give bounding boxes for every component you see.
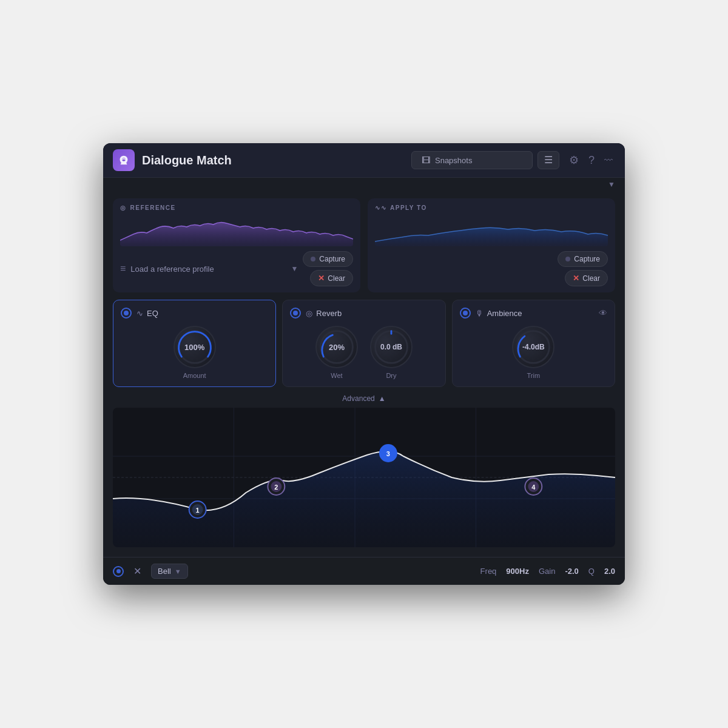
advanced-label: Advanced — [342, 394, 374, 403]
gain-value: -2.0 — [565, 567, 578, 576]
apply-to-buttons: Capture ✕ Clear — [558, 251, 608, 286]
svg-text:2: 2 — [274, 484, 278, 491]
panels-row: ◎ REFERENCE — [113, 198, 615, 292]
svg-text:3: 3 — [386, 450, 390, 457]
ambience-toggle[interactable] — [460, 308, 471, 318]
ambience-listen-icon[interactable]: 👁 — [599, 308, 607, 318]
help-icon[interactable]: ? — [586, 152, 597, 169]
reverb-module: ◎ Reverb 20% Wet — [282, 300, 445, 387]
reference-clear-button[interactable]: ✕ Clear — [310, 270, 353, 286]
header-actions: ⚙ ? 〰 — [567, 151, 615, 169]
reverb-dry-label: Dry — [386, 372, 396, 379]
reference-waveform — [120, 216, 353, 246]
reference-label: ◎ REFERENCE — [120, 204, 353, 211]
apply-to-icon: ∿∿ — [375, 204, 386, 211]
midi-icon[interactable]: 〰 — [602, 153, 615, 167]
filter-type-label: Bell — [158, 567, 171, 576]
dropdown-arrow-icon: ▼ — [291, 265, 298, 273]
plugin-window: Dialogue Match 🎞 Snapshots ☰ ⚙ ? 〰 ▼ ◎ R… — [103, 143, 625, 585]
header: Dialogue Match 🎞 Snapshots ☰ ⚙ ? 〰 — [103, 143, 625, 178]
ambience-knob-area: -4.0dB Trim — [460, 326, 607, 379]
reference-icon: ◎ — [120, 204, 127, 211]
eq-toggle[interactable] — [121, 308, 132, 318]
ambience-trim-knob[interactable]: -4.0dB — [512, 326, 554, 368]
ambience-trim-label: Trim — [527, 372, 541, 379]
bottom-toggle-inner — [116, 569, 121, 573]
snapshots-label: Snapshots — [435, 156, 472, 165]
reverb-dry-value: 0.0 dB — [380, 343, 402, 351]
ambience-header: 🎙 Ambience 👁 — [460, 308, 607, 318]
eq-svg: 1 2 3 4 — [113, 408, 615, 547]
reverb-wet-knob[interactable]: 20% — [315, 326, 358, 368]
eq-amount-label: Amount — [183, 372, 206, 379]
eq-header: ∿ EQ — [121, 308, 268, 318]
eq-display: 1 2 3 4 — [113, 408, 615, 547]
advanced-arrow-icon: ▲ — [379, 394, 386, 403]
capture-dot — [311, 257, 315, 261]
snapshots-button[interactable]: 🎞 Snapshots — [411, 151, 533, 169]
gain-label: Gain — [539, 567, 555, 576]
menu-button[interactable]: ☰ — [538, 151, 559, 169]
eq-module: ∿ EQ 100% Amount — [113, 300, 276, 387]
reverb-toggle[interactable] — [290, 308, 301, 318]
ambience-icon: 🎙 — [476, 309, 484, 318]
eq-amount-value: 100% — [184, 343, 204, 352]
reference-controls: ≡ Load a reference profile ▼ Capture ✕ C… — [120, 251, 353, 286]
logo-icon — [113, 149, 135, 171]
profile-dropdown[interactable]: Load a reference profile — [130, 265, 286, 274]
q-label: Q — [588, 567, 595, 576]
capture-dot-2 — [565, 257, 570, 261]
q-value: 2.0 — [604, 567, 615, 576]
eq-knob-area: 100% Amount — [121, 326, 268, 379]
apply-to-clear-button[interactable]: ✕ Clear — [565, 270, 608, 286]
main-content: ◎ REFERENCE — [103, 189, 625, 557]
ambience-toggle-inner — [463, 311, 468, 315]
freq-value: 900Hz — [506, 567, 529, 576]
ambience-title: 🎙 Ambience — [476, 309, 522, 318]
eq-icon: ∿ — [136, 309, 143, 318]
freq-info: Freq 900Hz Gain -2.0 Q 2.0 — [480, 567, 615, 576]
freq-label: Freq — [480, 567, 497, 576]
apply-to-waveform — [375, 216, 608, 246]
apply-to-controls: Capture ✕ Clear — [375, 251, 608, 286]
reverb-wet-value: 20% — [329, 343, 345, 352]
reference-menu-icon[interactable]: ≡ — [120, 263, 126, 274]
reverb-wet-label: Wet — [331, 372, 342, 379]
ambience-module: 🎙 Ambience 👁 -4.0dB — [452, 300, 615, 387]
reverb-icon: ◎ — [306, 309, 312, 318]
reference-panel: ◎ REFERENCE — [113, 198, 360, 292]
collapse-icon[interactable]: ▼ — [608, 180, 615, 189]
eq-amount-knob[interactable]: 100% — [174, 326, 216, 368]
ambience-trim-container: -4.0dB Trim — [512, 326, 554, 379]
reverb-wet-container: 20% Wet — [315, 326, 358, 379]
apply-to-capture-button[interactable]: Capture — [558, 251, 608, 267]
reference-capture-button[interactable]: Capture — [303, 251, 353, 267]
apply-to-label: ∿∿ APPLY TO — [375, 204, 608, 211]
reverb-dry-knob[interactable]: 0.0 dB — [370, 326, 413, 368]
clear-x-icon: ✕ — [318, 274, 325, 283]
apply-to-panel: ∿∿ APPLY TO — [368, 198, 615, 292]
ambience-trim-value: -4.0dB — [522, 343, 545, 351]
advanced-toggle[interactable]: Advanced ▲ — [113, 394, 615, 403]
filter-chevron-icon: ▼ — [175, 568, 181, 575]
modules-row: ∿ EQ 100% Amount — [113, 300, 615, 387]
svg-text:1: 1 — [196, 507, 200, 514]
reference-buttons: Capture ✕ Clear — [303, 251, 353, 286]
clear-x-icon-2: ✕ — [573, 274, 579, 283]
reverb-toggle-inner — [293, 311, 298, 315]
eq-amount-container: 100% Amount — [174, 326, 216, 379]
svg-text:4: 4 — [531, 484, 536, 491]
filter-type-select[interactable]: Bell ▼ — [151, 564, 188, 579]
reverb-dry-container: 0.0 dB Dry — [370, 326, 413, 379]
app-title: Dialogue Match — [142, 153, 404, 167]
eq-title: ∿ EQ — [136, 309, 158, 318]
reverb-title: ◎ Reverb — [306, 309, 342, 318]
reverb-header: ◎ Reverb — [290, 308, 437, 318]
bottom-bar: ✕ Bell ▼ Freq 900Hz Gain -2.0 Q 2.0 — [103, 557, 625, 585]
reverb-knob-area: 20% Wet 0.0 dB Dry — [290, 326, 437, 379]
snapshots-icon: 🎞 — [422, 155, 430, 165]
bottom-toggle[interactable] — [113, 566, 124, 577]
eq-toggle-inner — [124, 311, 129, 315]
bottom-close-icon[interactable]: ✕ — [133, 565, 141, 577]
settings-icon[interactable]: ⚙ — [567, 151, 581, 169]
